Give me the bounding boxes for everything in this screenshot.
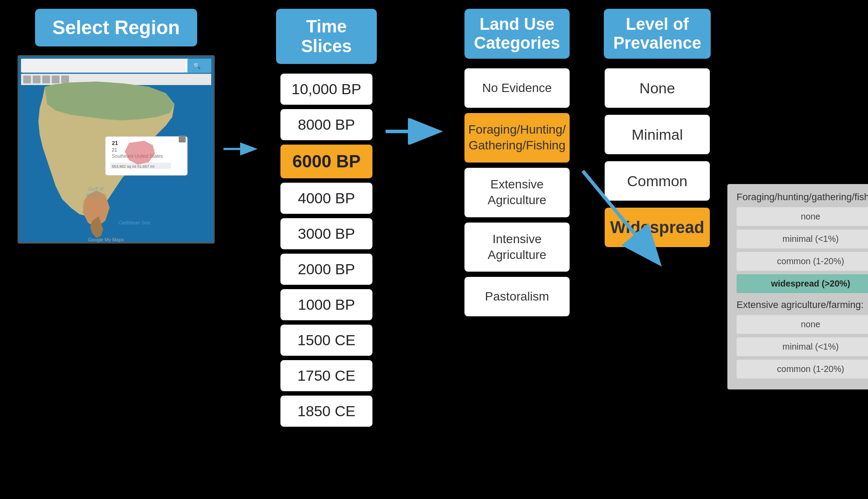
time-slices-column: Time Slices 10,000 BP 8000 BP 6000 BP 40… (276, 9, 377, 431)
time-btn-1500ce[interactable]: 1500 CE (280, 325, 372, 356)
svg-rect-7 (33, 75, 41, 83)
svg-text:Gulf of: Gulf of (88, 186, 104, 192)
detail-category-1-title: Foraging/hunting/gathering/fishing: (737, 191, 868, 203)
select-region-column: Select Region 🔍 (13, 9, 219, 244)
land-use-label: Land Use Categories (474, 15, 560, 53)
select-region-header: Select Region (35, 9, 198, 46)
svg-rect-9 (52, 75, 60, 83)
time-btn-4000bp[interactable]: 4000 BP (280, 183, 372, 214)
land-use-intensive-ag[interactable]: Intensive Agriculture (464, 223, 570, 272)
detail-panel: Foraging/hunting/gathering/fishing: none… (727, 184, 868, 389)
time-btn-8000bp[interactable]: 8000 BP (280, 109, 372, 140)
land-use-header: Land Use Categories (464, 9, 570, 59)
detail-row-ext-minimal: minimal (<1%) (737, 337, 868, 356)
time-btn-10000bp[interactable]: 10,000 BP (280, 74, 372, 105)
svg-rect-2 (21, 59, 185, 73)
detail-row-common: common (1-20%) (737, 252, 868, 271)
time-slices-label: Time Slices (301, 17, 352, 56)
select-region-label: Select Region (53, 17, 180, 38)
detail-row-ext-common: common (1-20%) (737, 360, 868, 379)
land-use-no-evidence[interactable]: No Evidence (464, 68, 570, 108)
detail-row-widespread: widespread (>20%) (737, 274, 868, 293)
land-use-pastoralism[interactable]: Pastoralism (464, 277, 570, 316)
arrow-time-to-landuse (386, 118, 443, 145)
svg-rect-12 (179, 135, 186, 142)
svg-text:21: 21 (112, 147, 117, 152)
land-use-extensive-ag[interactable]: Extensive Agriculture (464, 168, 570, 217)
svg-text:🔍: 🔍 (193, 62, 201, 70)
svg-text:Caribbean Sea: Caribbean Sea (118, 220, 150, 225)
svg-text:21: 21 (112, 140, 118, 146)
time-slices-header: Time Slices (276, 9, 377, 64)
svg-rect-10 (61, 75, 69, 83)
time-btn-1000bp[interactable]: 1000 BP (280, 289, 372, 320)
time-btn-6000bp[interactable]: 6000 BP (280, 145, 372, 178)
detail-row-none: none (737, 207, 868, 226)
time-btn-2000bp[interactable]: 2000 BP (280, 254, 372, 285)
svg-text:Mexico: Mexico (86, 192, 103, 198)
time-btn-1850ce[interactable]: 1850 CE (280, 396, 372, 427)
svg-line-24 (583, 171, 655, 258)
detail-row-ext-none: none (737, 315, 868, 334)
svg-rect-8 (42, 75, 50, 83)
svg-text:553,962 sq mi  51,667 mi: 553,962 sq mi 51,667 mi (112, 164, 154, 169)
time-btn-1750ce[interactable]: 1750 CE (280, 360, 372, 391)
map-container[interactable]: 🔍 21 21 South (18, 55, 215, 244)
detail-category-2-title: Extensive agriculture/farming: (737, 299, 868, 311)
land-use-column: Land Use Categories No Evidence Foraging… (460, 9, 574, 322)
svg-rect-6 (23, 75, 31, 83)
svg-text:Google My Maps: Google My Maps (88, 237, 124, 242)
detail-row-minimal: minimal (<1%) (737, 230, 868, 248)
time-btn-3000bp[interactable]: 3000 BP (280, 218, 372, 249)
land-use-foraging[interactable]: Foraging/Hunting/ Gathering/Fishing (464, 113, 570, 163)
arrow-landuse-to-prevalence (578, 44, 666, 298)
arrow-region-to-time (223, 140, 259, 158)
